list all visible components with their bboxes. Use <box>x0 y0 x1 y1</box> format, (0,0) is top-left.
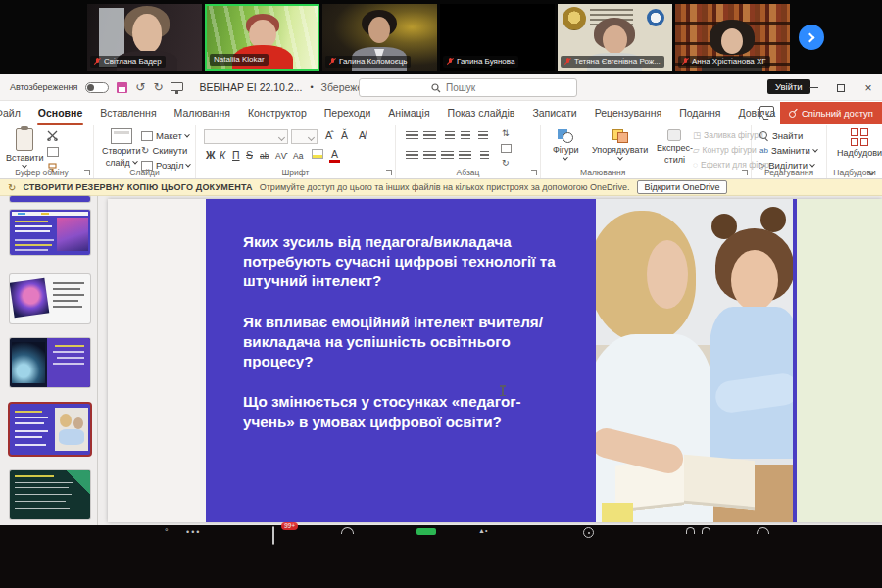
replace-button[interactable]: abЗамінити <box>760 145 817 156</box>
minimize-button[interactable] <box>800 74 827 101</box>
arrange-button[interactable]: Упорядкувати <box>592 129 648 161</box>
dialog-launcher-icon[interactable] <box>386 170 392 175</box>
participant-tile[interactable]: Анна Хрістіанова ХГ <box>675 4 790 71</box>
save-icon[interactable] <box>117 82 127 93</box>
captions-icon[interactable] <box>686 527 695 534</box>
more-options-icon[interactable]: ° <box>165 527 171 537</box>
italic-button[interactable]: К <box>218 149 227 161</box>
slide-thumbnail-3[interactable] <box>10 338 90 387</box>
tab-record[interactable]: Записати <box>523 101 585 125</box>
smartart-convert-icon[interactable]: ↻ <box>502 158 510 168</box>
participant-tile[interactable]: Тетяна Євгенівна Рож... <box>558 4 672 71</box>
font-color-button[interactable]: А <box>329 149 340 163</box>
tab-insert[interactable]: Вставлення <box>91 101 165 125</box>
next-participants-button[interactable] <box>799 24 824 50</box>
search-box[interactable] <box>359 78 577 97</box>
decrease-indent-icon[interactable] <box>445 131 455 141</box>
slide-canvas[interactable]: Яких зусиль від педагога/викладача потре… <box>108 199 882 522</box>
text-direction-icon[interactable]: ⇅ <box>502 128 510 138</box>
tab-transitions[interactable]: Переходи <box>316 101 380 125</box>
slide-purple-textbox[interactable]: Яких зусиль від педагога/викладача потре… <box>206 199 600 522</box>
layout-label: Макет <box>156 130 182 141</box>
find-button[interactable]: Знайти <box>760 130 803 141</box>
teacher-face-shape <box>647 240 688 309</box>
shape-outline-button[interactable]: ▱Контур фігури <box>693 145 757 155</box>
more-dots-icon[interactable]: ••• <box>186 527 201 537</box>
reset-button[interactable]: ↻Скинути <box>141 145 187 156</box>
tab-review[interactable]: Рецензування <box>586 101 670 125</box>
align-text-icon[interactable] <box>501 144 512 153</box>
share-button[interactable]: Спільний доступ <box>780 102 882 124</box>
align-center-icon[interactable] <box>423 151 436 161</box>
clear-formatting-button[interactable]: А̸ <box>357 129 368 141</box>
reactions-icon[interactable] <box>341 527 354 534</box>
tab-view[interactable]: Подання <box>670 101 729 125</box>
tab-slideshow[interactable]: Показ слайдів <box>439 101 524 125</box>
underline-button[interactable]: П <box>230 149 242 161</box>
slide-thumbnail-partial[interactable] <box>10 196 90 202</box>
font-name-combo[interactable] <box>204 129 288 144</box>
tab-file[interactable]: Файл <box>0 101 29 125</box>
chat-icon[interactable]: 99+ <box>272 527 274 545</box>
copy-icon[interactable] <box>47 147 59 157</box>
addins-button[interactable]: Надбудови <box>837 128 882 158</box>
align-left-icon[interactable] <box>406 151 418 161</box>
redo-icon[interactable]: ↻ <box>153 81 163 93</box>
participant-name-badge: Світлана Бадер <box>90 56 166 68</box>
grow-font-button[interactable]: А̂ <box>323 129 334 141</box>
participants-icon[interactable]: ▲• <box>478 527 487 534</box>
line-spacing-icon[interactable] <box>478 131 488 141</box>
dialog-launcher-icon[interactable] <box>531 170 537 175</box>
strikethrough-button[interactable]: S <box>244 149 255 161</box>
change-case-button[interactable]: Аа <box>291 151 306 161</box>
participant-tile-camera-off[interactable]: Галина Буянова <box>440 4 555 71</box>
justify-icon[interactable] <box>459 151 471 161</box>
teacher-student-photo[interactable] <box>596 199 797 522</box>
slide-thumbnail-1[interactable] <box>10 210 90 255</box>
cut-icon[interactable] <box>47 130 58 141</box>
shapes-button[interactable]: Фігури <box>553 129 579 161</box>
slide-thumbnail-4-selected[interactable] <box>10 404 90 455</box>
dialog-launcher-icon[interactable] <box>84 170 90 175</box>
bold-button[interactable]: Ж <box>204 149 218 161</box>
group-clipboard: Вставити Буфер обміну <box>0 125 94 178</box>
tab-home[interactable]: Основне <box>29 101 91 125</box>
participant-tile[interactable]: Світлана Бадер <box>87 4 202 71</box>
autosave-toggle[interactable] <box>85 82 109 93</box>
tab-design[interactable]: Конструктор <box>239 101 316 125</box>
settings-icon[interactable] <box>757 527 769 534</box>
character-spacing-button[interactable]: АѴ <box>273 151 290 161</box>
undo-icon[interactable]: ↺ <box>135 81 145 93</box>
small-strike-button[interactable]: ab <box>258 151 270 161</box>
shrink-font-button[interactable]: А̌ <box>339 129 350 141</box>
participant-tile-active-speaker[interactable]: Nataliia Klokar <box>205 4 319 71</box>
search-input[interactable] <box>446 82 505 93</box>
font-size-combo[interactable] <box>291 129 318 144</box>
share-screen-active-icon[interactable] <box>416 528 436 535</box>
paste-button[interactable]: Вставити <box>6 128 44 169</box>
layout-button[interactable]: Макет <box>141 130 189 141</box>
participant-tile[interactable]: Галина Коломоєць <box>322 4 437 71</box>
open-onedrive-button[interactable]: Відкрити OneDrive <box>637 180 728 194</box>
comments-icon[interactable] <box>760 106 774 117</box>
start-slideshow-icon[interactable] <box>171 82 183 91</box>
columns-icon[interactable] <box>480 151 489 161</box>
close-button[interactable]: × <box>855 74 882 101</box>
increase-indent-icon[interactable] <box>461 131 470 141</box>
align-right-icon[interactable] <box>441 151 454 161</box>
captions-icon-2[interactable] <box>702 527 710 534</box>
tab-draw[interactable]: Малювання <box>166 101 239 125</box>
numbering-icon[interactable] <box>423 131 436 141</box>
new-slide-button[interactable]: Створити слайд <box>102 128 141 168</box>
slide-thumbnail-panel[interactable] <box>0 196 98 525</box>
tab-animations[interactable]: Анімація <box>379 101 438 125</box>
dialog-launcher-icon[interactable] <box>742 170 748 175</box>
bullets-icon[interactable] <box>406 131 418 141</box>
highlight-color-icon[interactable] <box>312 149 323 159</box>
record-icon[interactable] <box>583 527 594 538</box>
quick-styles-button[interactable]: Експрес- стилі <box>657 129 693 165</box>
restore-button[interactable] <box>827 74 855 101</box>
slide-thumbnail-5[interactable] <box>10 470 90 519</box>
tab-help[interactable]: Довідка <box>730 101 785 125</box>
slide-thumbnail-2[interactable] <box>10 274 90 323</box>
